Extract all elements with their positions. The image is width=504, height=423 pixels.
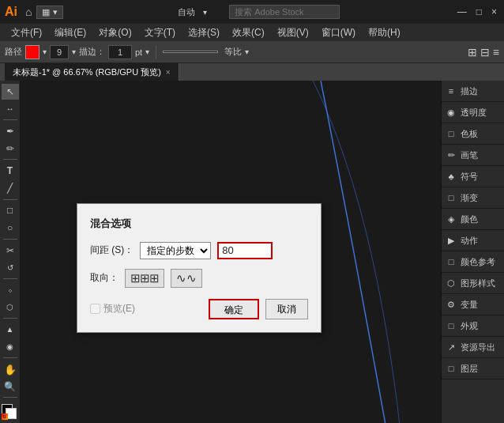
menu-item-V[interactable]: 视图(V): [271, 25, 315, 41]
panel-icon-图形样式: ⬡: [445, 277, 457, 289]
stroke-dropdown[interactable]: ▾: [43, 47, 47, 56]
scale-tool[interactable]: ⬡: [2, 300, 19, 315]
ellipse-tool[interactable]: ○: [2, 220, 19, 236]
menu-item-T[interactable]: 文字(T): [138, 25, 182, 41]
auto-dropdown-icon[interactable]: ▾: [203, 8, 207, 17]
tool-separator6: [3, 318, 17, 319]
panel-label-图层: 图层: [461, 363, 478, 375]
menu-item-S[interactable]: 选择(S): [182, 25, 226, 41]
stroke-size-dropdown[interactable]: ▾: [72, 47, 76, 56]
select-tool[interactable]: ↖: [2, 84, 19, 100]
panel-icon-色板: □: [445, 127, 457, 140]
panel-item-颜色[interactable]: ◈颜色: [442, 209, 504, 230]
orientation-row: 取向： ⊞⊞⊞ ∿∿: [90, 269, 308, 288]
menu-bar: 文件(F)编辑(E)对象(O)文字(T)选择(S)效果(C)视图(V)窗口(W)…: [0, 24, 504, 41]
main-area: ↖ ↔ ✒ ✏ T ╱ □ ○ ✂ ↺ ⬦ ⬡ ▲ ◉ ✋ 🔍 ⇅: [0, 81, 504, 423]
panel-label-颜色参考: 颜色参考: [461, 256, 495, 268]
panel-item-符号[interactable]: ♣符号: [442, 166, 504, 187]
panel-icon-图层: □: [445, 362, 457, 375]
panel-icon-外观: □: [445, 319, 457, 332]
rotate-tool[interactable]: ↺: [2, 259, 19, 275]
panel-item-图形样式[interactable]: ⬡图形样式: [442, 273, 504, 294]
panel-item-外观[interactable]: □外观: [442, 315, 504, 337]
pen-tool[interactable]: ✒: [2, 123, 19, 139]
panel-item-动作[interactable]: ▶动作: [442, 230, 504, 251]
spacing-label: 间距 (S)：: [90, 244, 134, 257]
tab-close-btn[interactable]: ×: [166, 68, 171, 77]
hand-tool[interactable]: ✋: [2, 361, 19, 377]
text-tool[interactable]: T: [2, 163, 19, 179]
tool-separator3: [3, 199, 17, 200]
panel-item-渐变[interactable]: □渐变: [442, 187, 504, 209]
panel-icon-资源导出: ↗: [445, 341, 457, 353]
preview-checkbox[interactable]: [90, 304, 100, 314]
menu-item-C[interactable]: 效果(C): [226, 25, 271, 41]
stroke-dropdown2[interactable]: ▾: [145, 47, 149, 56]
panel-item-颜色参考[interactable]: □颜色参考: [442, 251, 504, 273]
reflect-tool[interactable]: ⬦: [2, 282, 19, 298]
title-bar: Ai ⌂ ▦ ▾ 自动 ▾ — □ ×: [0, 0, 504, 24]
orient-label: 取向：: [90, 271, 118, 285]
orient-align-btn[interactable]: ⊞⊞⊞: [125, 269, 164, 288]
swap-colors-icon[interactable]: ⇅: [2, 414, 8, 420]
scissors-tool[interactable]: ✂: [2, 243, 19, 259]
zoom-tool[interactable]: 🔍: [2, 379, 19, 395]
mesh-tool[interactable]: ◉: [2, 339, 19, 355]
panel-toggle-icon[interactable]: ≡: [493, 46, 499, 59]
tool-separator4: [3, 239, 17, 240]
direct-select-tool[interactable]: ↔: [2, 101, 19, 117]
line-tool[interactable]: ╱: [2, 180, 19, 196]
stroke-width-input[interactable]: 1: [108, 45, 132, 59]
transform-icon[interactable]: ⊟: [480, 46, 490, 59]
panel-item-资源导出[interactable]: ↗资源导出: [442, 337, 504, 358]
auto-label: 自动: [178, 6, 195, 18]
search-input[interactable]: [229, 5, 340, 19]
menu-item-W[interactable]: 窗口(W): [315, 25, 362, 41]
panel-icon-变量: ⚙: [445, 298, 457, 311]
pencil-tool[interactable]: ✏: [2, 141, 19, 157]
panel-item-图层[interactable]: □图层: [442, 358, 504, 380]
minimize-btn[interactable]: —: [457, 6, 467, 17]
panel-icon-颜色参考: □: [445, 255, 457, 268]
stroke-indicator: ╲: [25, 45, 39, 59]
panel-item-变量[interactable]: ⚙变量: [442, 294, 504, 315]
menu-item-O[interactable]: 对象(O): [92, 25, 137, 41]
tool-separator2: [3, 159, 17, 160]
tool-separator7: [3, 357, 17, 358]
orient-align-icon: ⊞⊞⊞: [130, 271, 159, 285]
right-panel: ≡描边◉透明度□色板✏画笔♣符号□渐变◈颜色▶动作□颜色参考⬡图形样式⚙变量□外…: [441, 81, 504, 423]
preview-label: 预览(E): [103, 302, 135, 315]
view-switcher[interactable]: ▦ ▾: [36, 6, 62, 19]
gradient-tool[interactable]: ▲: [2, 322, 19, 338]
steps-input[interactable]: [217, 242, 273, 259]
panel-label-色板: 色板: [461, 128, 478, 140]
panel-label-画笔: 画笔: [461, 149, 478, 161]
spacing-row: 间距 (S)： 指定的步数: [90, 242, 308, 259]
canvas-tab[interactable]: 未标题-1* @ 66.67% (RGB/GPU 预览) ×: [5, 63, 179, 81]
stroke-size[interactable]: 9: [50, 45, 69, 59]
panel-item-画笔[interactable]: ✏画笔: [442, 145, 504, 166]
shape-tool[interactable]: □: [2, 203, 19, 219]
home-icon[interactable]: ⌂: [25, 6, 32, 18]
close-btn[interactable]: ×: [491, 6, 497, 17]
stroke-unit: pt: [135, 47, 142, 57]
scale-dropdown[interactable]: ▾: [245, 47, 249, 56]
panel-item-透明度[interactable]: ◉透明度: [442, 102, 504, 123]
dialog-bottom-row: 预览(E) 确定 取消: [90, 299, 308, 319]
menu-item-F[interactable]: 文件(F): [5, 25, 48, 41]
blend-options-dialog[interactable]: 混合选项 间距 (S)： 指定的步数 取向： ⊞⊞⊞: [77, 203, 322, 333]
canvas-area[interactable]: 混合选项 间距 (S)： 指定的步数 取向： ⊞⊞⊞: [21, 81, 441, 423]
cancel-button[interactable]: 取消: [265, 299, 308, 319]
spacing-select[interactable]: 指定的步数: [140, 242, 211, 259]
orient-path-btn[interactable]: ∿∿: [171, 269, 202, 288]
panel-icon-描边: ≡: [445, 85, 457, 97]
panel-item-色板[interactable]: □色板: [442, 123, 504, 145]
panel-item-描边[interactable]: ≡描边: [442, 81, 504, 102]
menu-item-E[interactable]: 编辑(E): [48, 25, 92, 41]
align-icon[interactable]: ⊞: [468, 46, 477, 59]
menu-item-H[interactable]: 帮助(H): [362, 25, 407, 41]
ok-button[interactable]: 确定: [209, 299, 259, 319]
maximize-btn[interactable]: □: [476, 6, 482, 17]
panel-label-透明度: 透明度: [461, 107, 487, 119]
tool-separator8: [3, 397, 17, 398]
